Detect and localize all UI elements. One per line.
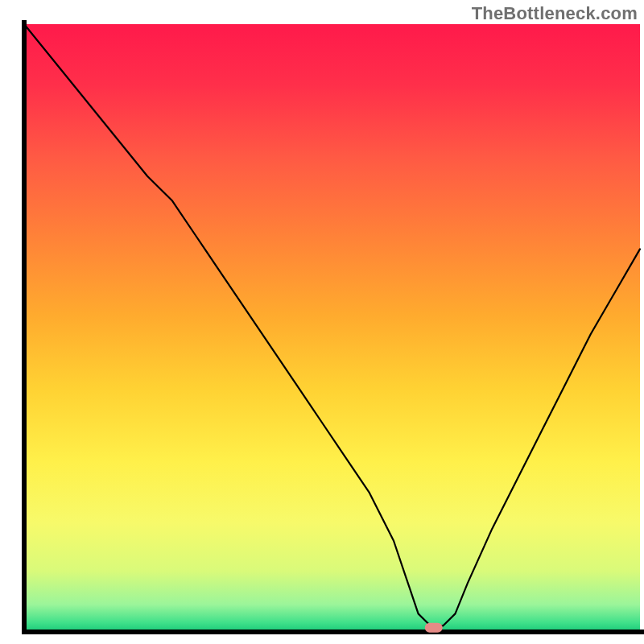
bottleneck-chart [0, 0, 644, 644]
optimal-marker [425, 623, 443, 633]
chart-container: TheBottleneck.com [0, 0, 644, 644]
watermark-text: TheBottleneck.com [472, 3, 638, 24]
gradient-background [24, 24, 640, 632]
